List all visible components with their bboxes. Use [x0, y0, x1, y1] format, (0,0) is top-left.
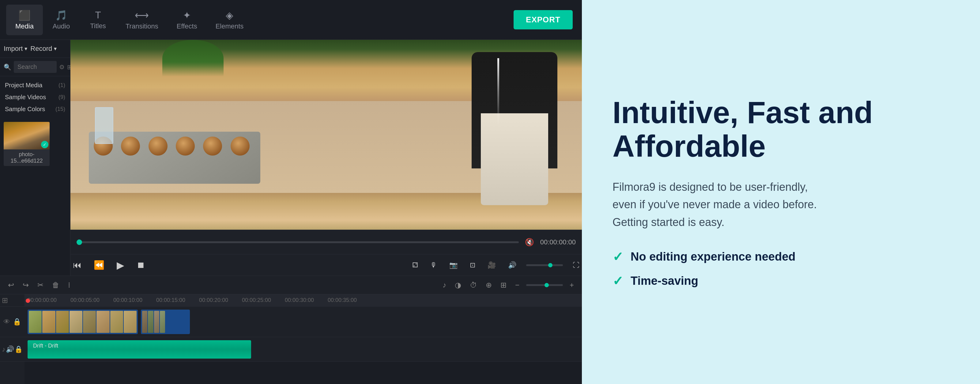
tab-titles[interactable]: T Titles	[80, 5, 116, 35]
tab-titles-label: Titles	[90, 22, 106, 30]
play-button[interactable]: ▶	[114, 257, 127, 274]
eye-icon[interactable]: 👁	[3, 318, 10, 326]
skip-back-button[interactable]: ⏮	[70, 258, 84, 272]
import-chevron-icon: ▾	[24, 45, 27, 52]
glass-jar	[95, 107, 113, 144]
frame	[148, 311, 153, 333]
lock-icon[interactable]: 🔒	[13, 318, 21, 326]
tree-item-sample-videos[interactable]: Sample Videos (9)	[0, 91, 70, 103]
volume-control[interactable]: 🔊	[506, 259, 519, 272]
zoom-in-icon[interactable]: +	[568, 279, 576, 291]
zoom-knob	[544, 283, 549, 287]
record-button[interactable]: Record ▾	[30, 45, 57, 53]
tab-effects[interactable]: ✦ Effects	[167, 5, 207, 35]
zoom-slider[interactable]	[526, 284, 563, 286]
preview-progress-bar[interactable]	[76, 241, 519, 243]
split-track-button[interactable]: ⁞	[66, 279, 72, 291]
audio-track-controls: ♪ 🔊 🔒	[0, 337, 24, 362]
filter-icon[interactable]: ⚙	[59, 64, 65, 71]
media-tree: Project Media (1) Sample Videos (9) Samp…	[0, 76, 70, 118]
import-button[interactable]: Import ▾	[4, 45, 27, 53]
tab-elements[interactable]: ◈ Elements	[207, 5, 253, 35]
audio-icon: 🎵	[55, 10, 67, 21]
media-sidebar: Import ▾ Record ▾ 🔍 ⚙ ⊞ Project Media (1…	[0, 40, 70, 276]
delete-button[interactable]: 🗑	[50, 279, 61, 291]
crop-icon[interactable]: ⊕	[484, 279, 494, 291]
ruler-time-1: 00:00:05:00	[70, 297, 100, 303]
ruler-time-0: 00:00:00:00	[27, 297, 57, 303]
tree-item-label: Project Media	[5, 82, 42, 89]
tree-item-sample-colors[interactable]: Sample Colors (15)	[0, 103, 70, 115]
tab-media-label: Media	[15, 22, 34, 30]
ruler-time-7: 00:00:35:00	[328, 297, 357, 303]
record-label: Record	[30, 45, 52, 53]
check-icon-0: ✓	[612, 249, 623, 264]
frame	[29, 311, 41, 333]
frame	[97, 311, 109, 333]
audio-speaker-icon[interactable]: 🔊	[6, 346, 14, 354]
tab-media[interactable]: ⬛ Media	[6, 5, 43, 35]
feature-text-1: Time-saving	[630, 274, 698, 288]
frame	[110, 311, 123, 333]
transitions-icon: ⟷	[135, 10, 149, 21]
main-content: Import ▾ Record ▾ 🔍 ⚙ ⊞ Project Media (1…	[0, 40, 582, 276]
feature-text-0: No editing experience needed	[630, 250, 795, 263]
frame	[124, 311, 137, 333]
redo-button[interactable]: ↪	[21, 279, 30, 291]
timeline-right-controls: ♪ ◑ ⏱ ⊕ ⊞ − +	[441, 279, 576, 291]
video-clip-2[interactable]	[141, 309, 190, 334]
timeline-ruler: 00:00:00:00 00:00:05:00 00:00:10:00 00:0…	[24, 294, 582, 306]
frame	[70, 311, 83, 333]
step-back-button[interactable]: ⏪	[91, 258, 107, 272]
ruler-time-2: 00:00:10:00	[113, 297, 142, 303]
export-button[interactable]: EXPORT	[514, 10, 573, 29]
camera-button[interactable]: 🎥	[485, 259, 498, 272]
playhead-handle[interactable]	[26, 299, 30, 303]
thumbnail-image: ✓	[4, 122, 49, 150]
video-preview	[70, 40, 582, 229]
search-icon: 🔍	[4, 64, 11, 71]
undo-button[interactable]: ↩	[6, 279, 16, 291]
timeline-section: ↩ ↪ ✂ 🗑 ⁞ ♪ ◑ ⏱ ⊕ ⊞ − + ⊞	[0, 276, 582, 384]
zoom-out-icon[interactable]: −	[513, 279, 521, 291]
titles-icon: T	[95, 10, 101, 21]
tab-audio[interactable]: 🎵 Audio	[43, 5, 80, 35]
tab-transitions[interactable]: ⟷ Transitions	[116, 5, 167, 35]
color-correct-icon[interactable]: ◑	[453, 279, 463, 291]
feature-item-0: ✓ No editing experience needed	[612, 249, 950, 264]
tree-item-project-media[interactable]: Project Media (1)	[0, 79, 70, 91]
preview-area: 🔇 00:00:00:00 ⏮ ⏪ ▶ ⏹ ⚁ 🎙 📷 ⊡ 🎥 🔊 ⛶	[70, 40, 582, 276]
volume-slider[interactable]	[526, 264, 563, 266]
fullscreen-button[interactable]: ⛶	[570, 259, 582, 272]
elements-icon: ◈	[226, 10, 233, 21]
mic-button[interactable]: 🎙	[428, 259, 439, 272]
pip-track-icon[interactable]: ⊞	[499, 279, 508, 291]
track-controls-left: ⊞ 👁 🔒 ♪ 🔊 🔒	[0, 294, 24, 384]
feature-item-1: ✓ Time-saving	[612, 274, 950, 288]
audio-waveform[interactable]: Drift - Drift	[27, 340, 251, 359]
audio-lock-icon[interactable]: 🔒	[14, 346, 23, 354]
ruler-time-5: 00:00:25:00	[242, 297, 271, 303]
stop-button[interactable]: ⏹	[134, 258, 148, 272]
snapshot-button[interactable]: 📷	[447, 259, 460, 272]
cookie	[231, 137, 250, 156]
video-clip-1[interactable]	[27, 309, 138, 334]
add-media-button[interactable]: ⊞	[0, 294, 10, 306]
media-thumb-item[interactable]: ✓ photo-15...e66d122	[4, 122, 49, 166]
cooking-scene-background	[70, 40, 582, 229]
feature-list: ✓ No editing experience needed ✓ Time-sa…	[612, 249, 950, 288]
audio-detach-icon[interactable]: ♪	[441, 279, 448, 291]
search-area: 🔍 ⚙ ⊞	[0, 58, 70, 76]
import-label: Import	[4, 45, 23, 53]
clip-filmstrip-2	[141, 309, 190, 334]
media-controls: Import ▾ Record ▾	[0, 40, 70, 58]
tab-audio-label: Audio	[52, 22, 70, 30]
audio-track: Drift - Drift	[24, 337, 582, 362]
cut-button[interactable]: ✂	[35, 279, 45, 291]
cookie	[148, 137, 167, 156]
speed-icon[interactable]: ⏱	[468, 279, 479, 291]
split-button[interactable]: ⚁	[410, 259, 420, 272]
pip-button[interactable]: ⊡	[467, 259, 478, 272]
toolbar-tabs: ⬛ Media 🎵 Audio T Titles ⟷ Transitions ✦…	[6, 5, 253, 35]
search-input[interactable]	[14, 61, 57, 73]
